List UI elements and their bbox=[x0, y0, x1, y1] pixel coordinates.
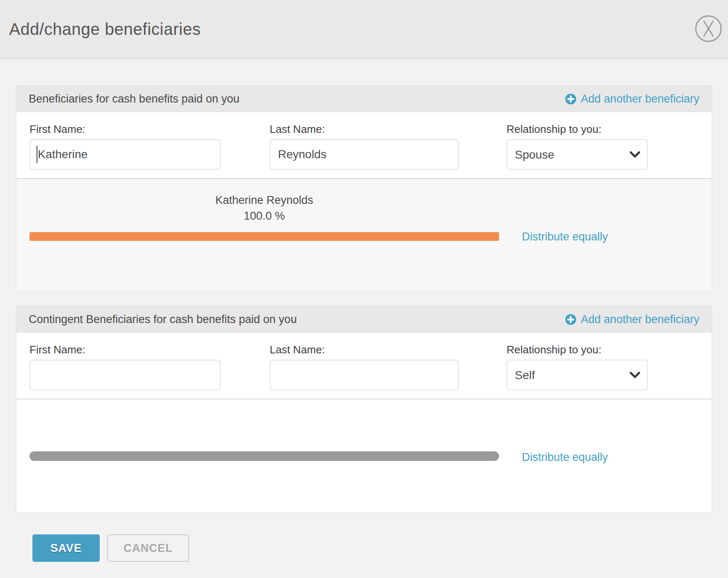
beneficiaries-card: Beneficiaries for cash benefits paid on … bbox=[16, 86, 712, 291]
allocation-percent: 100.0 % bbox=[30, 210, 499, 223]
beneficiary-form-row: First Name: Last Name: Relationship to y… bbox=[16, 112, 712, 179]
add-beneficiary-label: Add another beneficiary bbox=[581, 313, 699, 326]
plus-circle-icon bbox=[565, 93, 576, 105]
first-name-label: First Name: bbox=[30, 123, 221, 136]
last-name-input[interactable] bbox=[270, 139, 459, 170]
section-title: Contingent Beneficiaries for cash benefi… bbox=[29, 313, 297, 326]
app-header: Add/change beneficiaries bbox=[0, 0, 728, 59]
contingent-relationship-select[interactable]: Self bbox=[507, 360, 648, 390]
last-name-label: Last Name: bbox=[270, 343, 459, 356]
text-cursor bbox=[37, 146, 37, 163]
allocation-panel: Katherine Reynolds 100.0 % Distribute eq… bbox=[16, 179, 712, 291]
first-name-field: First Name: bbox=[30, 123, 221, 170]
relationship-label: Relationship to you: bbox=[507, 123, 648, 136]
action-bar: SAVE CANCEL bbox=[16, 534, 712, 562]
last-name-field: Last Name: bbox=[270, 343, 459, 390]
beneficiaries-card-header: Beneficiaries for cash benefits paid on … bbox=[16, 86, 712, 112]
contingent-beneficiaries-card: Contingent Beneficiaries for cash benefi… bbox=[16, 306, 712, 513]
contingent-form-row: First Name: Last Name: Relationship to y… bbox=[16, 333, 712, 399]
allocation-bar-track[interactable] bbox=[30, 451, 499, 461]
contingent-last-name-input[interactable] bbox=[270, 360, 459, 390]
distribute-equally-link[interactable]: Distribute equally bbox=[522, 230, 608, 243]
relationship-label: Relationship to you: bbox=[507, 343, 648, 356]
main-content: Beneficiaries for cash benefits paid on … bbox=[0, 59, 728, 562]
section-title: Beneficiaries for cash benefits paid on … bbox=[29, 93, 239, 105]
first-name-input[interactable] bbox=[30, 139, 221, 170]
distribute-equally-link[interactable]: Distribute equally bbox=[522, 451, 608, 464]
relationship-select[interactable]: Spouse bbox=[507, 139, 648, 170]
last-name-label: Last Name: bbox=[270, 123, 459, 136]
first-name-field: First Name: bbox=[30, 343, 221, 390]
save-button[interactable]: SAVE bbox=[32, 534, 100, 562]
page-title: Add/change beneficiaries bbox=[9, 20, 201, 39]
allocation-name: Katherine Reynolds bbox=[30, 194, 499, 207]
contingent-allocation-panel: Distribute equally bbox=[16, 399, 712, 512]
contingent-first-name-input[interactable] bbox=[30, 360, 221, 390]
allocation-bar[interactable] bbox=[30, 232, 499, 241]
close-icon bbox=[695, 15, 722, 44]
cancel-button[interactable]: CANCEL bbox=[107, 534, 189, 562]
add-contingent-beneficiary-link[interactable]: Add another beneficiary bbox=[565, 313, 699, 326]
last-name-field: Last Name: bbox=[270, 123, 459, 170]
contingent-card-header: Contingent Beneficiaries for cash benefi… bbox=[16, 306, 712, 333]
allocation-text bbox=[30, 414, 499, 417]
plus-circle-icon bbox=[565, 314, 576, 325]
close-button[interactable] bbox=[695, 15, 722, 43]
first-name-label: First Name: bbox=[30, 343, 221, 356]
add-beneficiary-label: Add another beneficiary bbox=[581, 93, 699, 105]
allocation-text: Katherine Reynolds 100.0 % bbox=[30, 194, 499, 223]
relationship-field: Relationship to you: Self bbox=[507, 343, 648, 390]
relationship-field: Relationship to you: Spouse bbox=[507, 123, 648, 170]
add-beneficiary-link[interactable]: Add another beneficiary bbox=[565, 93, 699, 105]
